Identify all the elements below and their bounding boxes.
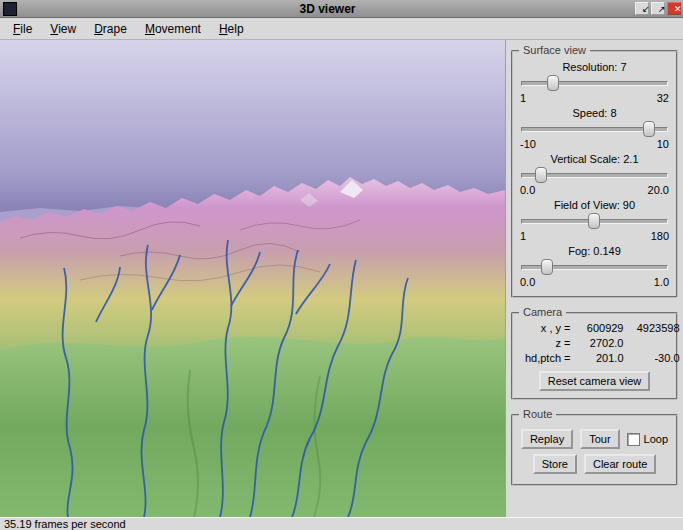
slider-thumb[interactable] — [547, 75, 559, 91]
vertical-scale-slider[interactable] — [521, 167, 668, 183]
slider-max-label: 180 — [651, 230, 669, 242]
loop-checkbox-label: Loop — [644, 433, 668, 445]
menu-movement[interactable]: Movement — [136, 20, 210, 38]
slider-max-label: 20.0 — [648, 184, 669, 196]
field-of-view-slider[interactable] — [521, 213, 668, 229]
slider-thumb[interactable] — [541, 259, 553, 275]
replay-button[interactable]: Replay — [521, 429, 573, 449]
fps-status-text: 35.19 frames per second — [4, 518, 126, 530]
camera-hdptch-label: hd,ptch = — [510, 352, 574, 364]
fog-slider[interactable] — [521, 259, 668, 275]
camera-group: Camera x , y = 600929 4923598 z = 2702.0… — [511, 312, 678, 400]
status-bar: 35.19 frames per second — [0, 517, 683, 530]
menu-bar: File View Drape Movement Help — [0, 18, 683, 40]
close-icon[interactable]: ✕ — [667, 2, 681, 15]
camera-x-value: 600929 — [574, 322, 624, 334]
reset-camera-view-button[interactable]: Reset camera view — [539, 371, 651, 391]
surface-view-group: Surface view Resolution: 7 1 32 Speed: 8 — [511, 50, 678, 298]
slider-max-label: 1.0 — [654, 276, 669, 288]
slider-track[interactable] — [521, 81, 668, 86]
loop-checkbox[interactable] — [627, 433, 640, 446]
menu-drape[interactable]: Drape — [85, 20, 136, 38]
camera-pitch-value: -30.0 — [624, 352, 680, 364]
menu-file[interactable]: File — [4, 20, 41, 38]
slider-thumb[interactable] — [643, 121, 655, 137]
route-group: Route Replay Tour Loop Store Clear route — [511, 414, 678, 486]
camera-z-value: 2702.0 — [574, 337, 624, 349]
restore-icon[interactable]: ↙ — [635, 2, 649, 15]
speed-slider[interactable] — [521, 121, 668, 137]
camera-z-spacer — [624, 337, 680, 349]
store-button[interactable]: Store — [533, 454, 577, 474]
route-title: Route — [519, 408, 556, 420]
slider-min-label: 1 — [520, 230, 526, 242]
slider-min-label: 1 — [520, 92, 526, 104]
resolution-slider[interactable] — [521, 75, 668, 91]
slider-min-label: 0.0 — [520, 276, 535, 288]
slider-min-label: -10 — [520, 138, 536, 150]
slider-min-label: 0.0 — [520, 184, 535, 196]
slider-thumb[interactable] — [588, 213, 600, 229]
resolution-slider-group: Resolution: 7 1 32 — [519, 61, 670, 104]
clear-route-button[interactable]: Clear route — [584, 454, 656, 474]
speed-slider-group: Speed: 8 -10 10 — [519, 107, 670, 150]
fog-slider-group: Fog: 0.149 0.0 1.0 — [519, 245, 670, 288]
slider-max-label: 10 — [657, 138, 669, 150]
resolution-label: Resolution: 7 — [519, 61, 670, 73]
tour-button[interactable]: Tour — [580, 429, 619, 449]
control-panel: Surface view Resolution: 7 1 32 Speed: 8 — [505, 40, 683, 517]
menu-view[interactable]: View — [41, 20, 85, 38]
slider-thumb[interactable] — [535, 167, 547, 183]
title-bar[interactable]: 3D viewer ↙ ↗ ✕ — [0, 0, 683, 18]
slider-max-label: 32 — [657, 92, 669, 104]
camera-y-value: 4923598 — [624, 322, 680, 334]
menu-help[interactable]: Help — [210, 20, 253, 38]
camera-z-label: z = — [510, 337, 574, 349]
maximize-icon[interactable]: ↗ — [651, 2, 665, 15]
fog-label: Fog: 0.149 — [519, 245, 670, 257]
main-window: 3D viewer ↙ ↗ ✕ File View Drape Movement… — [0, 0, 683, 530]
camera-readout: x , y = 600929 4923598 z = 2702.0 hd,ptc… — [519, 322, 670, 364]
field-of-view-label: Field of View: 90 — [519, 199, 670, 211]
camera-heading-value: 201.0 — [574, 352, 624, 364]
terrain-render — [0, 40, 505, 517]
app-icon — [3, 2, 17, 16]
field-of-view-slider-group: Field of View: 90 1 180 — [519, 199, 670, 242]
window-title: 3D viewer — [20, 2, 635, 16]
camera-xy-label: x , y = — [510, 322, 574, 334]
surface-view-title: Surface view — [519, 44, 590, 56]
speed-label: Speed: 8 — [519, 107, 670, 119]
vertical-scale-label: Vertical Scale: 2.1 — [519, 153, 670, 165]
camera-title: Camera — [519, 306, 566, 318]
vertical-scale-slider-group: Vertical Scale: 2.1 0.0 20.0 — [519, 153, 670, 196]
terrain-3d-view[interactable] — [0, 40, 505, 517]
